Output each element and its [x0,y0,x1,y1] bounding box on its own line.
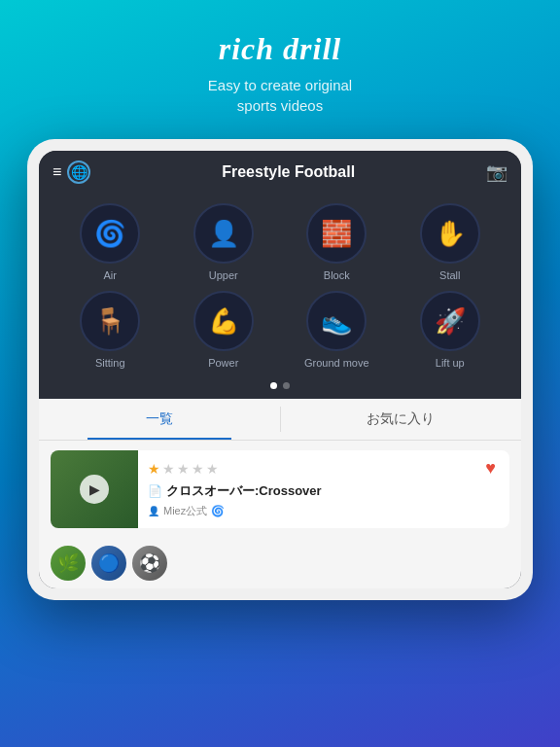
video-card[interactable]: ▶ ★ ★ ★ ★ ★ ♥ 📄 クロスオーバー:Crossover [51,450,509,528]
category-air[interactable]: 🌀 Air [58,203,162,281]
channel-name: Miez公式 [163,504,207,518]
video-thumbnail[interactable]: ▶ [51,450,138,528]
lift-up-label: Lift up [436,357,465,369]
category-power[interactable]: 💪 Power [172,291,276,369]
category-lift-up[interactable]: 🚀 Lift up [399,291,503,369]
app-title: rich drill [208,31,352,67]
star-3: ★ [177,461,190,477]
person-icon: 👤 [148,506,159,516]
ground-move-icon-circle: 👟 [306,291,367,351]
avatar-3: ⚽ [132,546,167,581]
device-inner: ≡ 🌐 Freestyle Football 📷 🌀 Air 👤 Upper 🧱… [39,151,521,588]
content-area: ▶ ★ ★ ★ ★ ★ ♥ 📄 クロスオーバー:Crossover [39,441,521,538]
heart-icon[interactable]: ♥ [485,458,502,479]
app-subtitle: Easy to create originalsports videos [208,75,352,116]
nav-bar: ≡ 🌐 Freestyle Football 📷 [39,151,521,194]
power-icon-circle: 💪 [193,291,254,351]
device-frame: ≡ 🌐 Freestyle Football 📷 🌀 Air 👤 Upper 🧱… [27,139,533,600]
video-title-row: 📄 クロスオーバー:Crossover [148,482,502,500]
star-4: ★ [192,461,204,477]
camera-icon[interactable]: 📷 [486,161,508,183]
lift-up-icon-circle: 🚀 [420,291,480,351]
block-label: Block [324,269,350,281]
app-header-area: rich drill Easy to create originalsports… [208,0,352,131]
stall-icon-circle: ✋ [420,203,480,264]
power-label: Power [208,357,238,369]
channel-badge-icon: 🌀 [211,505,225,517]
hamburger-icon[interactable]: ≡ [52,163,61,181]
sitting-label: Sitting [95,357,125,369]
header-left: ≡ 🌐 [52,160,90,184]
video-info: ★ ★ ★ ★ ★ ♥ 📄 クロスオーバー:Crossover 👤 Miez公式 [148,450,509,526]
sitting-icon-circle: 🪑 [80,291,140,351]
upper-icon-circle: 👤 [193,203,254,264]
screen-title: Freestyle Football [90,163,486,181]
tab-list[interactable]: 一覧 [39,399,280,440]
video-title: クロスオーバー:Crossover [166,482,322,500]
dot-2[interactable] [283,382,290,389]
upper-label: Upper [209,269,238,281]
category-block[interactable]: 🧱 Block [285,203,389,281]
air-icon-circle: 🌀 [80,203,140,264]
category-grid: 🌀 Air 👤 Upper 🧱 Block ✋ Stall 🪑 Sitting … [39,194,521,374]
dot-1[interactable] [270,382,277,389]
avatar-row: 🌿 🔵 ⚽ [39,538,521,588]
pagination-dots [39,374,521,399]
ground-move-label: Ground move [304,357,369,369]
channel-row: 👤 Miez公式 🌀 [148,504,502,518]
avatar-2: 🔵 [91,546,126,581]
category-upper[interactable]: 👤 Upper [172,203,276,281]
play-button[interactable]: ▶ [80,475,109,504]
air-label: Air [104,269,117,281]
star-1: ★ [148,461,160,477]
globe-icon[interactable]: 🌐 [67,160,90,184]
tabs-bar: 一覧 お気に入り [39,399,521,441]
avatar-1: 🌿 [51,546,86,581]
block-icon-circle: 🧱 [306,203,367,264]
star-5: ★ [206,461,219,477]
tab-favorites[interactable]: お気に入り [281,399,522,440]
category-sitting[interactable]: 🪑 Sitting [58,291,162,369]
rating-row: ★ ★ ★ ★ ★ ♥ [148,458,502,479]
doc-icon: 📄 [148,484,162,498]
category-stall[interactable]: ✋ Stall [399,203,503,281]
stall-label: Stall [439,269,460,281]
star-2: ★ [162,461,175,477]
category-ground-move[interactable]: 👟 Ground move [285,291,389,369]
